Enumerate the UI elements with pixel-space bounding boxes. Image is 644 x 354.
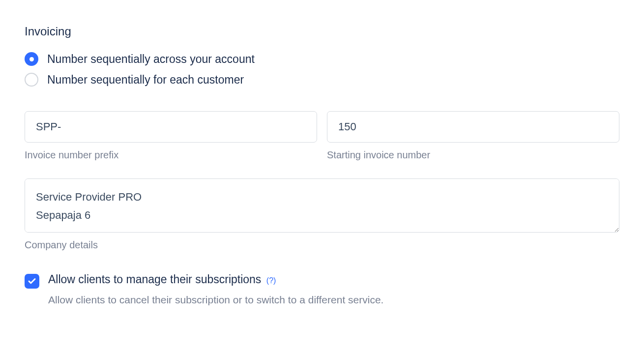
starting-field-label: Starting invoice number (327, 149, 619, 161)
subscription-label: Allow clients to manage their subscripti… (48, 273, 261, 286)
radio-label: Number sequentially for each customer (47, 73, 244, 87)
company-textarea[interactable] (25, 178, 619, 233)
prefix-field-label: Invoice number prefix (25, 149, 317, 161)
radio-option-account[interactable]: Number sequentially across your account (25, 52, 619, 66)
company-field-label: Company details (25, 239, 619, 251)
starting-field: Starting invoice number (327, 111, 619, 161)
company-field: Company details (25, 178, 619, 251)
section-title: Invoicing (25, 25, 619, 38)
checkbox-content: Allow clients to manage their subscripti… (48, 273, 383, 308)
starting-input[interactable] (327, 111, 619, 143)
numbering-radio-group: Number sequentially across your account … (25, 52, 619, 87)
prefix-field: Invoice number prefix (25, 111, 317, 161)
radio-selected-icon (25, 52, 38, 66)
radio-unselected-icon (25, 73, 38, 87)
radio-option-customer[interactable]: Number sequentially for each customer (25, 73, 619, 87)
subscription-help-link[interactable]: (?) (266, 276, 276, 285)
radio-label: Number sequentially across your account (47, 53, 255, 66)
check-icon (28, 277, 36, 286)
subscription-checkbox[interactable] (25, 274, 39, 289)
prefix-input[interactable] (25, 111, 317, 143)
subscription-description: Allow clients to cancel their subscripti… (48, 292, 383, 308)
